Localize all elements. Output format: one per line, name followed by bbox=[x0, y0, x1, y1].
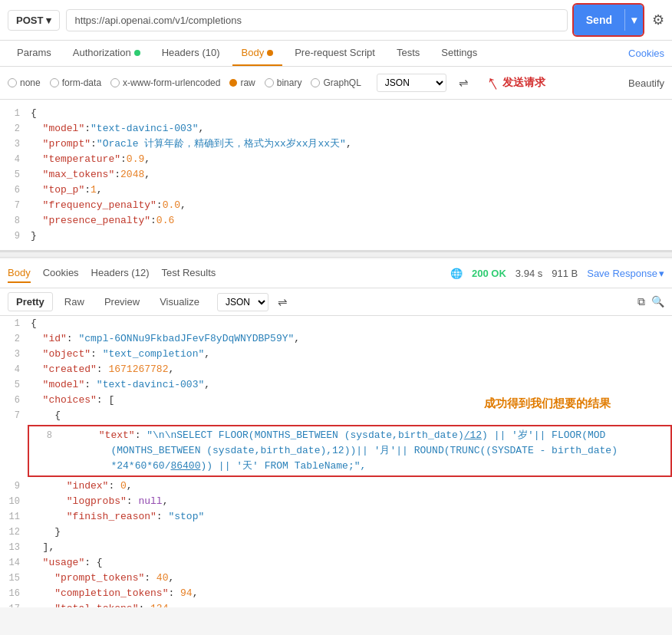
settings-icon[interactable]: ⚙ bbox=[652, 12, 664, 28]
resp-line-3: 3 "object": "text_completion", bbox=[0, 347, 672, 362]
resp-line-11: 11 "finish_reason": "stop" bbox=[0, 509, 672, 525]
send-annotation-label: 发送请求 bbox=[502, 76, 545, 90]
resp-line-2: 2 "id": "cmpl-6ONNu9FkbadJFevF8yDqWNYDBP… bbox=[0, 331, 672, 347]
resp-line-8b: (MONTHS_BETWEEN (sysdate,birth_date),12)… bbox=[32, 443, 667, 459]
view-action-icons: ⧉ 🔍 bbox=[637, 295, 664, 308]
body-options-bar: none form-data x-www-form-urlencoded raw… bbox=[0, 67, 672, 100]
format-icon: ⇌ bbox=[459, 76, 469, 90]
radio-urlencoded bbox=[110, 78, 120, 87]
request-code-scroll[interactable]: 1 { 2 "model":"text-davinci-003", 3 "pro… bbox=[0, 100, 672, 250]
resp-line-8: 8 "text": "\n\nSELECT FLOOR(MONTHS_BETWE… bbox=[32, 428, 667, 443]
tab-authorization[interactable]: Authorization bbox=[64, 41, 150, 66]
send-button[interactable]: Send ▾ bbox=[574, 5, 643, 35]
radio-raw bbox=[229, 79, 237, 87]
status-ok-label: 200 OK bbox=[472, 268, 506, 279]
code-line-3: 3 "prompt":"Oracle 计算年龄，精确到天，格式为xx岁xx月xx… bbox=[0, 137, 672, 152]
resp-line-14: 14 "usage": { bbox=[0, 555, 672, 571]
tab-params[interactable]: Params bbox=[8, 41, 61, 66]
code-line-2: 2 "model":"text-davinci-003", bbox=[0, 121, 672, 137]
resp-tab-body[interactable]: Body bbox=[8, 264, 31, 283]
tab-pre-request[interactable]: Pre-request Script bbox=[285, 41, 384, 66]
option-form-data[interactable]: form-data bbox=[50, 77, 101, 88]
radio-form-data bbox=[50, 78, 59, 87]
tab-settings[interactable]: Settings bbox=[432, 41, 486, 66]
section-divider bbox=[0, 252, 672, 258]
tab-body[interactable]: Body bbox=[232, 41, 283, 66]
method-label: POST bbox=[16, 15, 43, 26]
view-tab-preview[interactable]: Preview bbox=[96, 292, 148, 311]
success-annotation-label: 成功得到我们想要的结果 bbox=[484, 396, 611, 411]
code-line-4: 4 "temperature":0.9, bbox=[0, 152, 672, 167]
send-dropdown-arrow[interactable]: ▾ bbox=[624, 9, 643, 31]
code-line-8: 8 "presence_penalty":0.6 bbox=[0, 213, 672, 229]
view-tab-raw[interactable]: Raw bbox=[56, 292, 93, 311]
view-tab-visualize[interactable]: Visualize bbox=[151, 292, 208, 311]
globe-icon: 🌐 bbox=[450, 268, 463, 279]
line-wrap-icon[interactable]: ⇌ bbox=[278, 295, 288, 309]
resp-line-15: 15 "prompt_tokens": 40, bbox=[0, 571, 672, 586]
resp-line-12: 12 } bbox=[0, 525, 672, 540]
option-urlencoded[interactable]: x-www-form-urlencoded bbox=[110, 77, 220, 88]
code-line-1: 1 { bbox=[0, 106, 672, 121]
search-icon[interactable]: 🔍 bbox=[651, 295, 664, 308]
resp-line-1: 1 { bbox=[0, 316, 672, 331]
code-line-5: 5 "max_tokens":2048, bbox=[0, 167, 672, 183]
beautify-button[interactable]: Beautify bbox=[628, 77, 664, 89]
resp-line-17: 17 "total_tokens": 134 bbox=[0, 601, 672, 607]
code-line-7: 7 "frequency_penalty":0.0, bbox=[0, 198, 672, 213]
request-bar: POST ▾ Send ▾ ⚙ bbox=[0, 0, 672, 41]
response-size: 911 B bbox=[552, 268, 578, 279]
option-graphql[interactable]: GraphQL bbox=[311, 77, 361, 88]
resp-line-5: 5 "model": "text-davinci-003", bbox=[0, 377, 672, 393]
highlight-box: 8 "text": "\n\nSELECT FLOOR(MONTHS_BETWE… bbox=[28, 425, 672, 477]
resp-line-9: 9 "index": 0, bbox=[0, 479, 672, 494]
view-tabs-bar: Pretty Raw Preview Visualize JSON Text ⇌… bbox=[0, 288, 672, 316]
tab-headers[interactable]: Headers (10) bbox=[153, 41, 229, 66]
request-code-editor: 1 { 2 "model":"text-davinci-003", 3 "pro… bbox=[0, 100, 672, 252]
save-response-chevron: ▾ bbox=[659, 268, 664, 279]
radio-graphql bbox=[311, 78, 320, 87]
option-binary[interactable]: binary bbox=[265, 77, 302, 88]
resp-line-13: 13 ], bbox=[0, 540, 672, 555]
option-none[interactable]: none bbox=[8, 77, 41, 88]
copy-icon[interactable]: ⧉ bbox=[637, 295, 645, 308]
response-code-editor[interactable]: 1 { 2 "id": "cmpl-6ONNu9FkbadJFevF8yDqWN… bbox=[0, 316, 672, 607]
tab-tests[interactable]: Tests bbox=[387, 41, 429, 66]
response-header: Body Cookies Headers (12) Test Results 🌐… bbox=[0, 259, 672, 288]
authorization-dot bbox=[134, 50, 140, 56]
code-line-9: 9 } bbox=[0, 229, 672, 244]
response-format-select[interactable]: JSON Text bbox=[217, 293, 268, 311]
json-format-select[interactable]: JSON Text JavaScript HTML XML bbox=[377, 74, 446, 92]
url-input[interactable] bbox=[66, 9, 567, 31]
radio-none bbox=[8, 78, 17, 87]
resp-tab-cookies[interactable]: Cookies bbox=[43, 264, 79, 283]
response-status: 🌐 200 OK 3.94 s 911 B Save Response ▾ bbox=[450, 268, 664, 279]
request-nav-tabs: Params Authorization Headers (10) Body P… bbox=[0, 41, 672, 67]
resp-tab-headers[interactable]: Headers (12) bbox=[91, 264, 150, 283]
resp-line-6: 6 "choices": [ 成功得到我们想要的结果 bbox=[0, 393, 672, 408]
resp-line-4: 4 "created": 1671267782, bbox=[0, 362, 672, 377]
cookies-link[interactable]: Cookies bbox=[628, 41, 664, 65]
resp-line-8c: *24*60*60/86400)) || '天' FROM TableName;… bbox=[32, 459, 667, 474]
arrow-icon: ↑ bbox=[482, 70, 503, 97]
option-raw[interactable]: raw bbox=[229, 77, 255, 88]
method-select[interactable]: POST ▾ bbox=[8, 10, 60, 31]
radio-binary bbox=[265, 78, 274, 87]
annotation-send: ↑ 发送请求 bbox=[487, 71, 545, 95]
method-chevron: ▾ bbox=[46, 15, 51, 26]
save-response-button[interactable]: Save Response ▾ bbox=[587, 268, 664, 279]
send-label: Send bbox=[574, 9, 624, 31]
view-tab-pretty[interactable]: Pretty bbox=[8, 292, 53, 311]
resp-line-16: 16 "completion_tokens": 94, bbox=[0, 586, 672, 601]
resp-tab-test-results[interactable]: Test Results bbox=[161, 264, 216, 283]
response-time: 3.94 s bbox=[516, 268, 542, 279]
body-dot bbox=[267, 50, 273, 56]
code-line-6: 6 "top_p":1, bbox=[0, 183, 672, 198]
resp-line-10: 10 "logprobs": null, bbox=[0, 494, 672, 509]
